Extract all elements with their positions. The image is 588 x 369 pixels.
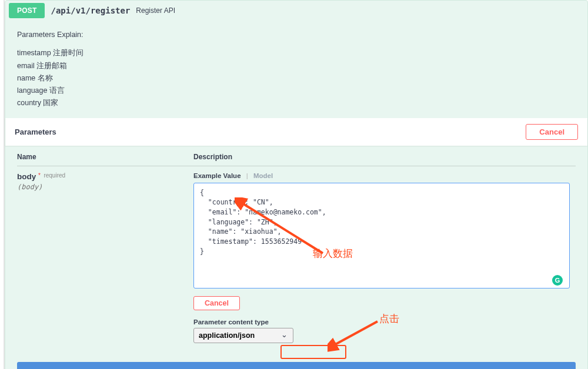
body-json-input[interactable] (193, 183, 570, 289)
content-type-select[interactable]: application/json (193, 328, 293, 343)
notes-line: name 名称 (17, 72, 576, 85)
table-row: body * required (body) Example Value | M… (17, 166, 576, 343)
param-in: (body) (17, 183, 193, 191)
notes-line: language 语言 (17, 85, 576, 97)
tab-separator: | (246, 172, 248, 179)
cancel-body-button[interactable]: Cancel (193, 296, 240, 310)
parameters-table: Name Description body * required (body) … (5, 146, 587, 348)
param-name: body (17, 172, 36, 181)
cancel-tryout-button[interactable]: Cancel (526, 124, 578, 140)
col-header-description: Description (193, 153, 576, 161)
parameters-header: Parameters Cancel (5, 118, 587, 146)
required-label: required (44, 172, 65, 179)
execute-button[interactable]: Execute (17, 362, 576, 370)
content-type-label: Parameter content type (193, 318, 576, 326)
endpoint-summary: Register API (136, 6, 175, 15)
tab-model[interactable]: Model (253, 172, 273, 179)
parameters-title: Parameters (15, 128, 56, 136)
notes-line: email 注册邮箱 (17, 60, 576, 72)
param-desc-cell: Example Value | Model G Cancel Parameter… (193, 172, 576, 343)
param-name-cell: body * required (body) (17, 172, 193, 343)
tab-example-value[interactable]: Example Value (193, 172, 241, 179)
endpoint-path: /api/v1/register (51, 6, 130, 15)
operation-notes: Parameters Explain: timestamp 注册时间 email… (5, 21, 587, 118)
grammarly-icon: G (552, 275, 563, 286)
body-tabs: Example Value | Model (193, 172, 576, 179)
http-method-badge: POST (9, 3, 45, 18)
table-header: Name Description (17, 153, 576, 166)
required-star-icon: * (38, 172, 41, 179)
notes-line: timestamp 注册时间 (17, 47, 576, 59)
operation-summary-row[interactable]: POST /api/v1/register Register API (5, 1, 587, 21)
operation-block: POST /api/v1/register Register API Param… (5, 0, 588, 369)
notes-line: country 国家 (17, 97, 576, 109)
col-header-name: Name (17, 153, 193, 161)
notes-title: Parameters Explain: (17, 29, 576, 41)
